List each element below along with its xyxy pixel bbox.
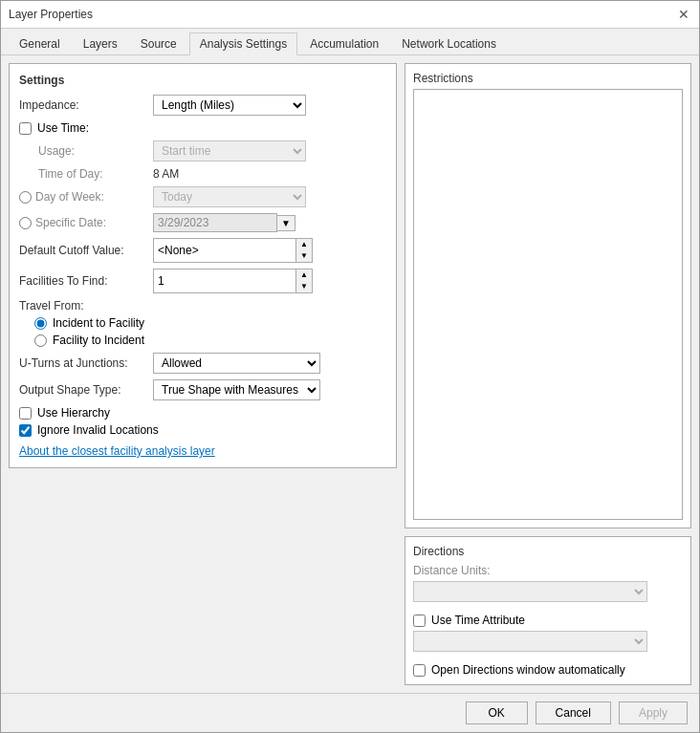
time-of-day-row: Time of Day: 8 AM [19,167,386,181]
output-shape-label: Output Shape Type: [19,383,153,397]
facility-to-incident-label: Facility to Incident [53,334,144,347]
use-hierarchy-checkbox[interactable] [19,407,32,420]
tab-layers[interactable]: Layers [73,32,128,54]
use-hierarchy-row: Use Hierarchy [19,406,386,420]
distance-units-select[interactable] [413,581,647,602]
use-time-attribute-checkbox[interactable] [413,614,426,627]
usage-label: Usage: [19,144,153,158]
tab-analysis-settings[interactable]: Analysis Settings [189,32,297,55]
cancel-button[interactable]: Cancel [536,701,611,724]
cutoff-label: Default Cutoff Value: [19,244,153,257]
specific-date-label: Specific Date: [35,216,106,229]
cutoff-spinner-buttons: ▲ ▼ [296,238,313,263]
time-attribute-select[interactable] [413,631,647,652]
cutoff-increment[interactable]: ▲ [296,239,312,250]
tab-source[interactable]: Source [130,32,187,54]
output-shape-row: Output Shape Type: True Shape with Measu… [19,379,386,400]
cutoff-decrement[interactable]: ▼ [296,250,312,262]
settings-section: Settings Impedance: Length (Miles) Use T… [9,63,397,468]
calendar-button[interactable]: ▼ [277,215,295,231]
specific-date-radio[interactable] [19,217,32,229]
specific-date-input[interactable] [153,213,277,232]
facility-to-incident-radio[interactable] [34,334,47,347]
right-panel: Restrictions Directions Distance Units: … [405,63,691,685]
ignore-invalid-label: Ignore Invalid Locations [37,423,159,437]
main-content: Settings Impedance: Length (Miles) Use T… [1,55,699,693]
impedance-row: Impedance: Length (Miles) [19,95,386,116]
usage-select[interactable]: Start time [153,140,306,162]
cutoff-spinner: ▲ ▼ [153,238,313,263]
incident-to-facility-row: Incident to Facility [19,316,386,330]
incident-to-facility-radio[interactable] [34,317,47,330]
tab-bar: General Layers Source Analysis Settings … [1,29,699,55]
apply-button[interactable]: Apply [619,701,688,724]
u-turns-label: U-Turns at Junctions: [19,356,153,370]
time-of-day-label: Time of Day: [19,167,153,181]
about-link[interactable]: About the closest facility analysis laye… [19,444,386,458]
travel-from-section: Travel From: Incident to Facility Facili… [19,299,386,347]
date-input-container: ▼ [153,213,295,232]
facilities-decrement[interactable]: ▼ [296,281,312,292]
distance-units-label: Distance Units: [413,564,683,577]
settings-title: Settings [19,74,386,87]
ok-button[interactable]: OK [466,701,528,724]
tab-accumulation[interactable]: Accumulation [299,32,389,54]
impedance-select[interactable]: Length (Miles) [153,95,306,116]
restrictions-section: Restrictions [405,63,691,528]
open-directions-label: Open Directions window automatically [431,663,625,677]
cutoff-row: Default Cutoff Value: ▲ ▼ [19,238,386,263]
facility-to-incident-row: Facility to Incident [19,334,386,347]
u-turns-select[interactable]: Allowed Not Allowed At Dead Ends Only At… [153,353,320,374]
use-time-attribute-row: Use Time Attribute [413,614,683,627]
use-time-checkbox[interactable] [19,122,32,135]
left-panel: Settings Impedance: Length (Miles) Use T… [9,63,397,685]
tab-general[interactable]: General [9,32,71,54]
facilities-row: Facilities To Find: ▲ ▼ [19,269,386,293]
travel-from-label: Travel From: [19,299,386,313]
directions-section: Directions Distance Units: Use Time Attr… [405,536,691,685]
cutoff-input[interactable] [153,238,296,263]
open-directions-row: Open Directions window automatically [413,663,683,677]
day-of-week-select[interactable]: Today [153,186,306,207]
incident-to-facility-label: Incident to Facility [53,316,144,330]
impedance-label: Impedance: [19,98,153,112]
facilities-input[interactable] [153,269,296,293]
day-of-week-label: Day of Week: [35,190,104,204]
close-button[interactable]: ✕ [676,7,691,22]
u-turns-row: U-Turns at Junctions: Allowed Not Allowe… [19,353,386,374]
use-hierarchy-label: Use Hierarchy [37,406,110,420]
layer-properties-window: Layer Properties ✕ General Layers Source… [0,0,700,733]
ignore-invalid-row: Ignore Invalid Locations [19,423,386,437]
restrictions-title: Restrictions [413,72,683,85]
usage-row: Usage: Start time [19,140,386,162]
title-bar: Layer Properties ✕ [1,1,699,29]
use-time-row: Use Time: [19,121,386,135]
output-shape-select[interactable]: True Shape with Measures True Shape Stra… [153,379,320,400]
day-of-week-row: Day of Week: Today [19,186,386,207]
facilities-label: Facilities To Find: [19,274,153,288]
tab-network-locations[interactable]: Network Locations [391,32,507,54]
facilities-increment[interactable]: ▲ [296,269,312,281]
button-bar: OK Cancel Apply [1,693,699,732]
facilities-spinner-buttons: ▲ ▼ [296,269,313,293]
time-of-day-value: 8 AM [153,167,179,181]
specific-date-row: Specific Date: ▼ [19,213,386,232]
facilities-spinner: ▲ ▼ [153,269,313,293]
directions-title: Directions [413,545,683,558]
ignore-invalid-checkbox[interactable] [19,424,32,437]
restrictions-list[interactable] [413,89,683,520]
use-time-attribute-label: Use Time Attribute [431,614,525,627]
window-title: Layer Properties [9,8,93,21]
day-of-week-radio[interactable] [19,191,32,204]
open-directions-checkbox[interactable] [413,664,426,677]
use-time-label: Use Time: [37,121,89,135]
